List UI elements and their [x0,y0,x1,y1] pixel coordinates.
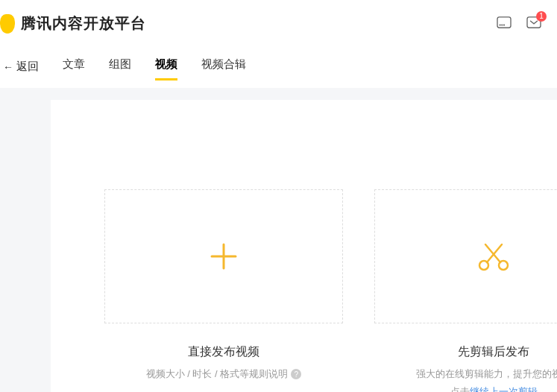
edit-publish-desc2-prefix: 点击 [450,386,470,392]
tab-video[interactable]: 视频 [155,53,177,80]
inbox-badge: 1 [536,11,547,22]
edit-publish-desc2: 点击继续上一次剪辑 [374,385,557,392]
direct-publish-desc-text: 视频大小 / 时长 / 格式等规则说明 [146,367,289,381]
back-button[interactable]: ← 返回 [0,60,39,74]
svg-point-1 [500,25,500,25]
edit-publish-desc: 强大的在线剪辑能力，提升您的视频 [374,367,557,381]
inbox-icon[interactable]: 1 [526,16,542,32]
content-area: 直接发布视频 视频大小 / 时长 / 格式等规则说明 ? 先剪辑后发布 强大的 [0,88,557,392]
card-edit-publish: 先剪辑后发布 强大的在线剪辑能力，提升您的视频 点击继续上一次剪辑 [374,189,557,392]
svg-point-2 [502,25,503,25]
plus-icon [207,240,240,273]
svg-rect-0 [497,16,511,27]
header-left: 腾讯内容开放平台 [0,13,146,34]
site-title: 腾讯内容开放平台 [21,13,146,34]
notification-icon[interactable] [496,16,512,32]
svg-line-10 [485,244,500,262]
header-right: 1 [496,16,542,32]
card-direct-publish: 直接发布视频 视频大小 / 时长 / 格式等规则说明 ? [104,189,343,392]
edit-publish-box[interactable] [374,189,557,323]
direct-publish-desc: 视频大小 / 时长 / 格式等规则说明 ? [104,367,343,381]
penguin-logo-icon [0,14,15,34]
cards-row: 直接发布视频 视频大小 / 时长 / 格式等规则说明 ? 先剪辑后发布 强大的 [104,189,557,392]
tab-video-collection[interactable]: 视频合辑 [201,53,246,80]
tab-article[interactable]: 文章 [63,53,85,80]
svg-point-3 [504,25,505,25]
direct-publish-box[interactable] [104,189,343,323]
back-label: 返回 [16,60,39,74]
back-arrow-icon: ← [3,61,13,73]
svg-line-9 [487,244,502,262]
nav-tabs: ← 返回 文章 组图 视频 视频合辑 [0,47,557,80]
direct-publish-title: 直接发布视频 [104,344,343,360]
tab-gallery[interactable]: 组图 [109,53,131,80]
content-inner: 直接发布视频 视频大小 / 时长 / 格式等规则说明 ? 先剪辑后发布 强大的 [51,100,557,392]
edit-publish-title: 先剪辑后发布 [374,344,557,360]
scissors-icon [476,241,511,271]
continue-edit-link[interactable]: 继续上一次剪辑 [470,386,538,392]
header: 腾讯内容开放平台 1 [0,0,557,47]
help-icon[interactable]: ? [291,369,301,379]
